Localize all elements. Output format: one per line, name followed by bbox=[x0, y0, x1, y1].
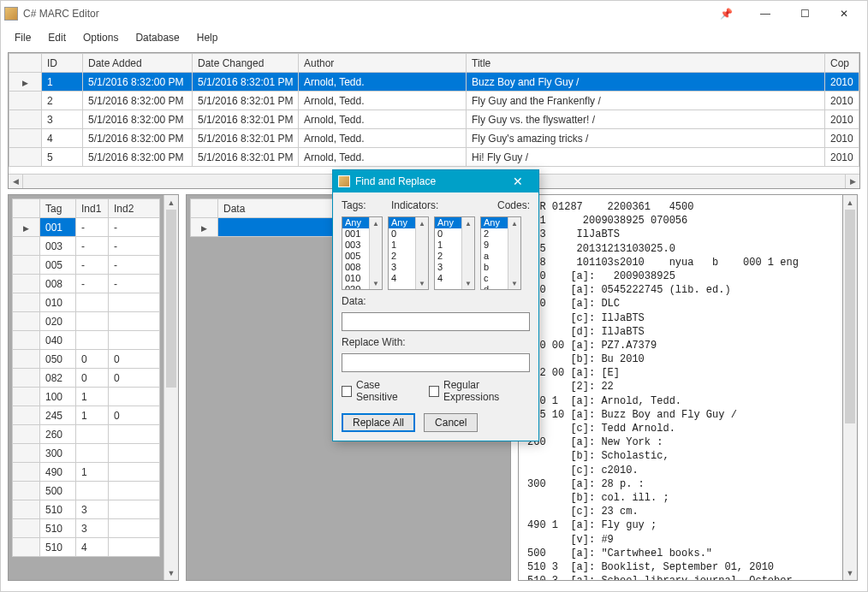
table-row[interactable]: 5103 bbox=[13, 500, 160, 519]
list-item[interactable]: 0 bbox=[435, 228, 461, 240]
table-row[interactable]: 55/1/2016 8:32:00 PM5/1/2016 8:32:01 PMA… bbox=[9, 148, 859, 167]
label-replace: Replace With: bbox=[342, 336, 530, 348]
records-grid[interactable]: ID Date Added Date Changed Author Title … bbox=[8, 52, 860, 189]
list-item[interactable]: Any bbox=[342, 217, 369, 228]
list-item[interactable]: 003 bbox=[342, 240, 369, 251]
menu-help[interactable]: Help bbox=[188, 28, 227, 47]
menu-database[interactable]: Database bbox=[127, 28, 187, 47]
col-cop[interactable]: Cop bbox=[825, 54, 859, 73]
table-row[interactable]: 008-- bbox=[13, 275, 160, 293]
case-sensitive-check[interactable]: Case Sensitive bbox=[342, 379, 419, 403]
window-title: C# MARC Editor bbox=[23, 8, 706, 20]
pin-button[interactable]: 📌 bbox=[706, 2, 746, 26]
list-item[interactable]: 4 bbox=[435, 273, 461, 284]
table-row[interactable]: 020 bbox=[13, 312, 160, 331]
table-row[interactable]: 1001 bbox=[13, 388, 160, 406]
list-item[interactable]: 010 bbox=[342, 273, 369, 284]
maximize-button[interactable]: ☐ bbox=[785, 2, 824, 26]
list-item[interactable]: 2 bbox=[389, 251, 415, 262]
menu-options[interactable]: Options bbox=[74, 28, 127, 47]
list-item[interactable]: 008 bbox=[342, 262, 369, 273]
close-button[interactable]: ✕ bbox=[824, 2, 864, 26]
table-row[interactable]: 4901 bbox=[13, 463, 160, 482]
table-row[interactable]: 005-- bbox=[13, 256, 160, 275]
dialog-title: Find and Replace bbox=[355, 175, 502, 187]
tags-grid[interactable]: Tag Ind1 Ind2 001--003--005--008--010020… bbox=[8, 194, 179, 581]
label-indicators: Indicators: bbox=[391, 199, 484, 211]
list-item[interactable]: 1 bbox=[389, 240, 415, 251]
list-item[interactable]: 001 bbox=[342, 228, 369, 240]
table-row[interactable]: 500 bbox=[13, 482, 160, 500]
app-icon bbox=[4, 7, 18, 21]
table-row[interactable]: 05000 bbox=[13, 350, 160, 369]
menu-file[interactable]: File bbox=[6, 28, 39, 47]
regex-check[interactable]: Regular Expressions bbox=[429, 379, 530, 403]
col-ind1[interactable]: Ind1 bbox=[76, 199, 109, 218]
minimize-button[interactable]: — bbox=[746, 2, 785, 26]
ind2-listbox[interactable]: Any01234▲▼ bbox=[434, 216, 475, 290]
label-tags: Tags: bbox=[342, 199, 391, 211]
table-row[interactable]: 001-- bbox=[13, 218, 160, 237]
data-input[interactable] bbox=[342, 312, 530, 331]
marc-view: LDR 01287 2200361 4500 001 2009038925 07… bbox=[518, 194, 843, 581]
list-item[interactable]: 9 bbox=[481, 240, 508, 251]
replace-input[interactable] bbox=[342, 353, 530, 372]
col-ind2[interactable]: Ind2 bbox=[109, 199, 160, 218]
checkbox-icon bbox=[429, 386, 439, 397]
table-row[interactable]: 15/1/2016 8:32:00 PM5/1/2016 8:32:01 PMA… bbox=[9, 73, 859, 92]
col-author[interactable]: Author bbox=[299, 54, 467, 73]
table-row[interactable]: 25/1/2016 8:32:00 PM5/1/2016 8:32:01 PMA… bbox=[9, 92, 859, 110]
col-added[interactable]: Date Added bbox=[83, 54, 193, 73]
list-item[interactable]: b bbox=[481, 262, 508, 273]
label-codes: Codes: bbox=[484, 199, 530, 211]
col-tag[interactable]: Tag bbox=[40, 199, 76, 218]
list-item[interactable]: 3 bbox=[435, 262, 461, 273]
tags-vscroll[interactable]: ▲▼ bbox=[163, 195, 178, 580]
list-item[interactable]: Any bbox=[435, 217, 461, 228]
table-row[interactable]: 08200 bbox=[13, 369, 160, 388]
list-item[interactable]: d bbox=[481, 284, 508, 290]
list-item[interactable]: 0 bbox=[389, 228, 415, 240]
list-item[interactable]: Any bbox=[481, 217, 508, 228]
table-row[interactable]: 010 bbox=[13, 293, 160, 312]
table-row[interactable]: 24510 bbox=[13, 406, 160, 425]
find-replace-dialog: Find and Replace ✕ Tags: Indicators: Cod… bbox=[332, 169, 539, 441]
col-title[interactable]: Title bbox=[467, 54, 825, 73]
table-row[interactable]: 5103 bbox=[13, 519, 160, 538]
table-row[interactable]: 45/1/2016 8:32:00 PM5/1/2016 8:32:01 PMA… bbox=[9, 129, 859, 148]
list-item[interactable]: 3 bbox=[389, 262, 415, 273]
marc-vscroll[interactable]: ▲▼ bbox=[843, 194, 858, 581]
table-row[interactable]: 040 bbox=[13, 331, 160, 350]
dialog-icon bbox=[338, 175, 350, 187]
table-row[interactable]: 260 bbox=[13, 425, 160, 444]
list-item[interactable]: 020 bbox=[342, 284, 369, 290]
titlebar[interactable]: C# MARC Editor 📌 — ☐ ✕ bbox=[1, 1, 867, 27]
ind1-listbox[interactable]: Any01234▲▼ bbox=[388, 216, 429, 290]
table-row[interactable]: 5104 bbox=[13, 538, 160, 557]
menu-edit[interactable]: Edit bbox=[39, 28, 74, 47]
list-item[interactable]: c bbox=[481, 273, 508, 284]
list-item[interactable]: 1 bbox=[435, 240, 461, 251]
table-row[interactable]: 300 bbox=[13, 444, 160, 463]
list-item[interactable]: 005 bbox=[342, 251, 369, 262]
tags-listbox[interactable]: Any001003005008010020▲▼ bbox=[342, 216, 383, 290]
replace-all-button[interactable]: Replace All bbox=[342, 413, 415, 432]
col-changed[interactable]: Date Changed bbox=[193, 54, 299, 73]
table-row[interactable]: 003-- bbox=[13, 237, 160, 256]
table-row[interactable]: 35/1/2016 8:32:00 PM5/1/2016 8:32:01 PMA… bbox=[9, 110, 859, 129]
list-item[interactable]: a bbox=[481, 251, 508, 262]
col-id[interactable]: ID bbox=[42, 54, 83, 73]
list-item[interactable]: 2 bbox=[481, 228, 508, 240]
list-item[interactable]: Any bbox=[389, 217, 415, 228]
label-data: Data: bbox=[342, 295, 530, 307]
cancel-button[interactable]: Cancel bbox=[424, 413, 478, 432]
menubar: File Edit Options Database Help bbox=[1, 27, 867, 49]
codes-listbox[interactable]: Any29abcd▲▼ bbox=[480, 216, 521, 290]
list-item[interactable]: 4 bbox=[389, 273, 415, 284]
dialog-titlebar[interactable]: Find and Replace ✕ bbox=[333, 170, 538, 192]
checkbox-icon bbox=[342, 386, 352, 397]
list-item[interactable]: 2 bbox=[435, 251, 461, 262]
dialog-close-button[interactable]: ✕ bbox=[502, 175, 533, 188]
